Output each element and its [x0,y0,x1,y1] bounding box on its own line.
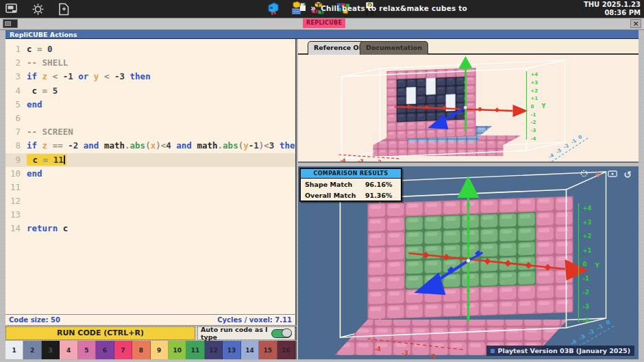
axis-tick: +3 [531,80,538,86]
axis-tick: -3 [583,303,590,310]
shape-match-label: Shape Match [305,181,365,188]
playtest-y-axis-label: Y [595,262,600,269]
autorun-toggle[interactable] [271,329,292,338]
playtest-z-axis-ticks: -4-3-2-10 [569,319,612,347]
palette-cell-13[interactable]: 13 [223,341,240,359]
palette-cell-15[interactable]: 15 [259,341,277,359]
axis-tick: -1 [596,323,605,331]
close-icon[interactable]: × [630,19,641,28]
axis-tick: -3 [402,350,409,357]
line-number: 4 [5,84,21,98]
line-number: 12 [5,194,21,208]
overall-match-label: Overall Match [305,192,365,199]
version-text: Playtest Version 03B (January 2025) [498,347,630,354]
code-editor[interactable]: 1c = 02-- SHELL3if z < -1 or y < -3 then… [5,39,297,314]
ref-y-axis-ticks: +4+3+2+10-1-2-3-4 [531,72,538,142]
axis-tick: -1 [583,275,590,282]
palette-cell-3[interactable]: 3 [42,341,60,359]
palette-cell-12[interactable]: 12 [205,341,223,359]
line-number: 9 [5,153,21,167]
tab-documentation[interactable]: Documentation [360,41,428,55]
palette-cell-11[interactable]: 11 [186,341,204,359]
music-next-icon[interactable]: » [310,5,316,11]
code-line[interactable]: 2-- SHELL [5,56,295,70]
shape-match-value: 96.16% [365,181,397,188]
run-code-button[interactable]: RUN CODE (CTRL+R) [5,326,195,340]
window-titlebar[interactable]: RepliCUBE Actions [5,30,639,39]
axis-tick: -2 [531,120,536,125]
line-number: 5 [5,98,21,112]
axis-tick: -3 [555,148,562,155]
axis-tick: +4 [531,72,538,77]
comparison-results-title: COMPARISON RESULTS [301,169,401,179]
code-line[interactable]: 14return c [5,222,295,235]
music-stop-icon[interactable] [300,5,306,11]
reference-object-view[interactable]: +4+3+2+10-1-2-3-4 Y -4-3-2 -4-3-2-10 [298,55,639,163]
line-number: 7 [5,125,21,139]
mailbox-icon[interactable] [266,2,281,16]
code-line[interactable]: 10end [5,167,295,181]
gear-icon[interactable] [30,2,45,16]
axis-tick: -4 [340,157,346,163]
toggle-knob[interactable] [282,328,292,337]
axis-tick: 0 [583,261,587,268]
comparison-row-overall: Overall Match 91.36% [301,190,401,201]
code-line[interactable]: 12 [5,194,295,208]
code-lines: 1c = 02-- SHELL3if z < -1 or y < -3 then… [5,42,295,236]
palette-cell-16[interactable]: 16 [277,341,295,359]
palette-cell-1[interactable]: 1 [5,341,23,359]
version-cube-icon [491,349,495,353]
reset-view-icon[interactable]: ↺ [623,170,632,179]
axis-tick: +2 [531,88,538,94]
palette-cell-7[interactable]: 7 [114,341,132,359]
axis-tick: -3 [578,333,586,341]
camera-icon[interactable] [608,170,617,179]
axis-tick: -4 [547,153,555,160]
taskbar-item-replicube[interactable]: REPLICUBE [303,18,345,28]
version-badge: Playtest Version 03B (January 2025) [486,346,634,356]
grid-toggle-icon[interactable] [580,170,588,179]
axis-tick: -2 [587,328,595,336]
code-line[interactable]: 4 c = 5 [5,84,295,98]
code-line[interactable]: 3if z < -1 or y < -3 then [5,70,295,83]
axis-tick: -3 [531,128,536,133]
playtest-toolbar: + ↺ [580,170,632,179]
palette-cell-4[interactable]: 4 [60,341,77,359]
code-line[interactable]: 7-- SCREEN [5,125,295,139]
comparison-results-panel: COMPARISON RESULTS Shape Match 96.16% Ov… [299,168,402,202]
axis-tick: -4 [375,346,382,352]
palette-cell-8[interactable]: 8 [132,341,150,359]
code-line[interactable]: 6 [5,112,295,125]
overall-match-value: 91.36% [365,192,397,199]
code-line[interactable]: 9 c = 11 [5,153,295,167]
monitor-icon[interactable] [4,2,19,16]
line-number: 6 [5,112,21,125]
palette-cell-14[interactable]: 14 [241,341,259,359]
code-line[interactable]: 8if z == -2 and math.abs(x)<4 and math.a… [5,139,295,153]
color-palette: 12345678910111213141516 [5,341,297,359]
code-line[interactable]: 5end [5,98,295,112]
axis-tick: +3 [583,219,592,226]
axis-tick: -1 [570,138,578,145]
new-file-icon[interactable] [56,2,71,16]
palette-cell-10[interactable]: 10 [169,341,186,359]
palette-cell-6[interactable]: 6 [96,341,114,359]
line-number: 11 [5,181,21,194]
palette-cell-9[interactable]: 9 [151,341,169,359]
code-size-label: Code size: 50 [9,316,60,324]
palette-cell-5[interactable]: 5 [78,341,96,359]
code-line[interactable]: 1c = 0 [5,42,295,56]
code-line[interactable]: 11 [5,181,295,194]
music-player[interactable]: » Chill beats to relax&make cubes to [300,4,467,12]
crosshair-icon[interactable]: + [594,170,602,179]
line-number: 2 [5,56,21,70]
clock-time: 08:36 PM [584,9,641,17]
playtest-view[interactable]: +4+3+2+10-1-2-3-4 Y -4-3-2 -4-3-2-10 COM… [298,166,639,359]
code-line[interactable]: 13 [5,208,295,222]
ref-y-axis-label: Y [541,103,546,109]
palette-cell-2[interactable]: 2 [23,341,41,359]
run-row: RUN CODE (CTRL+R) Auto run code as I typ… [5,326,297,340]
reference-voxel-scene: +4+3+2+10-1-2-3-4 Y -4-3-2 -4-3-2-10 [298,55,639,163]
taskbar-start-icon[interactable] [3,19,18,28]
axis-tick: +1 [531,96,538,101]
